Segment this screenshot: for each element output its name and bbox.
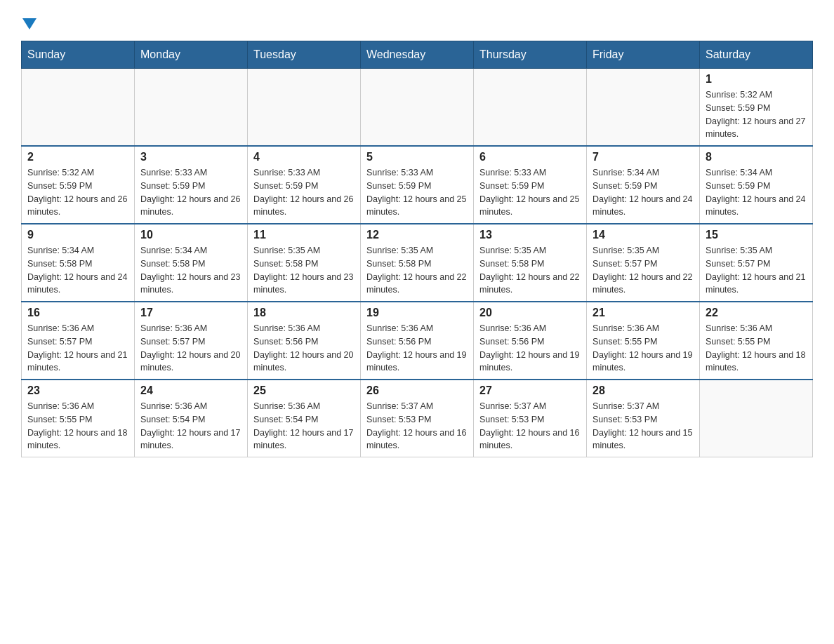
day-info: Sunrise: 5:36 AM Sunset: 5:54 PM Dayligh… <box>253 400 355 452</box>
day-header-tuesday: Tuesday <box>248 41 361 69</box>
calendar-cell: 15Sunrise: 5:35 AM Sunset: 5:57 PM Dayli… <box>700 224 813 302</box>
day-info: Sunrise: 5:34 AM Sunset: 5:59 PM Dayligh… <box>706 166 807 219</box>
day-number: 18 <box>253 307 355 319</box>
calendar-cell <box>700 380 813 457</box>
calendar-cell: 10Sunrise: 5:34 AM Sunset: 5:58 PM Dayli… <box>135 224 248 302</box>
day-info: Sunrise: 5:36 AM Sunset: 5:57 PM Dayligh… <box>140 322 241 375</box>
day-info: Sunrise: 5:36 AM Sunset: 5:56 PM Dayligh… <box>366 322 468 375</box>
day-info: Sunrise: 5:35 AM Sunset: 5:58 PM Dayligh… <box>366 244 468 297</box>
calendar-cell <box>22 69 135 147</box>
day-number: 12 <box>366 229 468 241</box>
calendar-table: SundayMondayTuesdayWednesdayThursdayFrid… <box>21 41 813 457</box>
page-header <box>21 14 813 29</box>
day-number: 13 <box>479 229 581 241</box>
calendar-cell: 6Sunrise: 5:33 AM Sunset: 5:59 PM Daylig… <box>474 146 587 224</box>
calendar-cell: 5Sunrise: 5:33 AM Sunset: 5:59 PM Daylig… <box>361 146 474 224</box>
calendar-week-row: 23Sunrise: 5:36 AM Sunset: 5:55 PM Dayli… <box>22 380 813 457</box>
calendar-cell <box>587 69 700 147</box>
day-number: 23 <box>27 384 128 397</box>
day-number: 28 <box>593 384 694 397</box>
calendar-cell: 11Sunrise: 5:35 AM Sunset: 5:58 PM Dayli… <box>248 224 361 302</box>
day-number: 20 <box>479 307 581 319</box>
calendar-cell: 24Sunrise: 5:36 AM Sunset: 5:54 PM Dayli… <box>135 380 248 457</box>
day-info: Sunrise: 5:36 AM Sunset: 5:55 PM Dayligh… <box>593 322 694 375</box>
day-info: Sunrise: 5:33 AM Sunset: 5:59 PM Dayligh… <box>366 166 468 219</box>
calendar-cell: 17Sunrise: 5:36 AM Sunset: 5:57 PM Dayli… <box>135 302 248 380</box>
calendar-cell: 18Sunrise: 5:36 AM Sunset: 5:56 PM Dayli… <box>248 302 361 380</box>
day-info: Sunrise: 5:36 AM Sunset: 5:55 PM Dayligh… <box>27 400 128 452</box>
calendar-cell: 4Sunrise: 5:33 AM Sunset: 5:59 PM Daylig… <box>248 146 361 224</box>
calendar-cell: 16Sunrise: 5:36 AM Sunset: 5:57 PM Dayli… <box>22 302 135 380</box>
calendar-cell <box>248 69 361 147</box>
calendar-cell: 26Sunrise: 5:37 AM Sunset: 5:53 PM Dayli… <box>361 380 474 457</box>
calendar-cell: 7Sunrise: 5:34 AM Sunset: 5:59 PM Daylig… <box>587 146 700 224</box>
day-number: 19 <box>366 307 468 319</box>
day-number: 21 <box>593 307 694 319</box>
day-info: Sunrise: 5:32 AM Sunset: 5:59 PM Dayligh… <box>27 166 128 219</box>
day-number: 27 <box>479 384 581 397</box>
calendar-cell: 28Sunrise: 5:37 AM Sunset: 5:53 PM Dayli… <box>587 380 700 457</box>
calendar-cell: 8Sunrise: 5:34 AM Sunset: 5:59 PM Daylig… <box>700 146 813 224</box>
day-header-thursday: Thursday <box>474 41 587 69</box>
day-info: Sunrise: 5:35 AM Sunset: 5:58 PM Dayligh… <box>479 244 581 297</box>
calendar-cell: 3Sunrise: 5:33 AM Sunset: 5:59 PM Daylig… <box>135 146 248 224</box>
day-number: 9 <box>27 229 128 241</box>
day-info: Sunrise: 5:36 AM Sunset: 5:57 PM Dayligh… <box>27 322 128 375</box>
day-info: Sunrise: 5:35 AM Sunset: 5:57 PM Dayligh… <box>593 244 694 297</box>
day-number: 8 <box>706 151 807 163</box>
day-header-wednesday: Wednesday <box>361 41 474 69</box>
calendar-cell: 14Sunrise: 5:35 AM Sunset: 5:57 PM Dayli… <box>587 224 700 302</box>
day-info: Sunrise: 5:35 AM Sunset: 5:57 PM Dayligh… <box>706 244 807 297</box>
day-number: 15 <box>706 229 807 241</box>
day-info: Sunrise: 5:34 AM Sunset: 5:58 PM Dayligh… <box>27 244 128 297</box>
calendar-cell <box>474 69 587 147</box>
day-info: Sunrise: 5:37 AM Sunset: 5:53 PM Dayligh… <box>593 400 694 452</box>
day-header-saturday: Saturday <box>700 41 813 69</box>
day-info: Sunrise: 5:32 AM Sunset: 5:59 PM Dayligh… <box>706 88 807 141</box>
day-number: 5 <box>366 151 468 163</box>
day-info: Sunrise: 5:33 AM Sunset: 5:59 PM Dayligh… <box>140 166 241 219</box>
day-number: 16 <box>27 307 128 319</box>
calendar-cell: 21Sunrise: 5:36 AM Sunset: 5:55 PM Dayli… <box>587 302 700 380</box>
day-info: Sunrise: 5:36 AM Sunset: 5:56 PM Dayligh… <box>479 322 581 375</box>
day-number: 1 <box>706 73 807 86</box>
day-number: 4 <box>253 151 355 163</box>
day-number: 10 <box>140 229 241 241</box>
calendar-week-row: 1Sunrise: 5:32 AM Sunset: 5:59 PM Daylig… <box>22 69 813 147</box>
day-number: 22 <box>706 307 807 319</box>
logo <box>21 14 37 29</box>
day-header-monday: Monday <box>135 41 248 69</box>
day-info: Sunrise: 5:33 AM Sunset: 5:59 PM Dayligh… <box>479 166 581 219</box>
calendar-cell: 9Sunrise: 5:34 AM Sunset: 5:58 PM Daylig… <box>22 224 135 302</box>
calendar-cell <box>135 69 248 147</box>
day-info: Sunrise: 5:36 AM Sunset: 5:56 PM Dayligh… <box>253 322 355 375</box>
day-number: 11 <box>253 229 355 241</box>
day-number: 3 <box>140 151 241 163</box>
calendar-cell: 20Sunrise: 5:36 AM Sunset: 5:56 PM Dayli… <box>474 302 587 380</box>
day-info: Sunrise: 5:37 AM Sunset: 5:53 PM Dayligh… <box>366 400 468 452</box>
day-number: 7 <box>593 151 694 163</box>
calendar-cell: 27Sunrise: 5:37 AM Sunset: 5:53 PM Dayli… <box>474 380 587 457</box>
day-number: 17 <box>140 307 241 319</box>
calendar-cell: 19Sunrise: 5:36 AM Sunset: 5:56 PM Dayli… <box>361 302 474 380</box>
day-number: 26 <box>366 384 468 397</box>
calendar-cell: 2Sunrise: 5:32 AM Sunset: 5:59 PM Daylig… <box>22 146 135 224</box>
day-header-friday: Friday <box>587 41 700 69</box>
calendar-cell: 25Sunrise: 5:36 AM Sunset: 5:54 PM Dayli… <box>248 380 361 457</box>
calendar-cell <box>361 69 474 147</box>
day-info: Sunrise: 5:34 AM Sunset: 5:58 PM Dayligh… <box>140 244 241 297</box>
calendar-cell: 1Sunrise: 5:32 AM Sunset: 5:59 PM Daylig… <box>700 69 813 147</box>
day-number: 14 <box>593 229 694 241</box>
calendar-header-row: SundayMondayTuesdayWednesdayThursdayFrid… <box>22 41 813 69</box>
calendar-cell: 22Sunrise: 5:36 AM Sunset: 5:55 PM Dayli… <box>700 302 813 380</box>
calendar-week-row: 2Sunrise: 5:32 AM Sunset: 5:59 PM Daylig… <box>22 146 813 224</box>
day-info: Sunrise: 5:37 AM Sunset: 5:53 PM Dayligh… <box>479 400 581 452</box>
day-info: Sunrise: 5:34 AM Sunset: 5:59 PM Dayligh… <box>593 166 694 219</box>
day-info: Sunrise: 5:36 AM Sunset: 5:55 PM Dayligh… <box>706 322 807 375</box>
calendar-week-row: 16Sunrise: 5:36 AM Sunset: 5:57 PM Dayli… <box>22 302 813 380</box>
day-number: 25 <box>253 384 355 397</box>
calendar-cell: 23Sunrise: 5:36 AM Sunset: 5:55 PM Dayli… <box>22 380 135 457</box>
calendar-week-row: 9Sunrise: 5:34 AM Sunset: 5:58 PM Daylig… <box>22 224 813 302</box>
logo-triangle-icon <box>22 18 37 29</box>
day-header-sunday: Sunday <box>22 41 135 69</box>
